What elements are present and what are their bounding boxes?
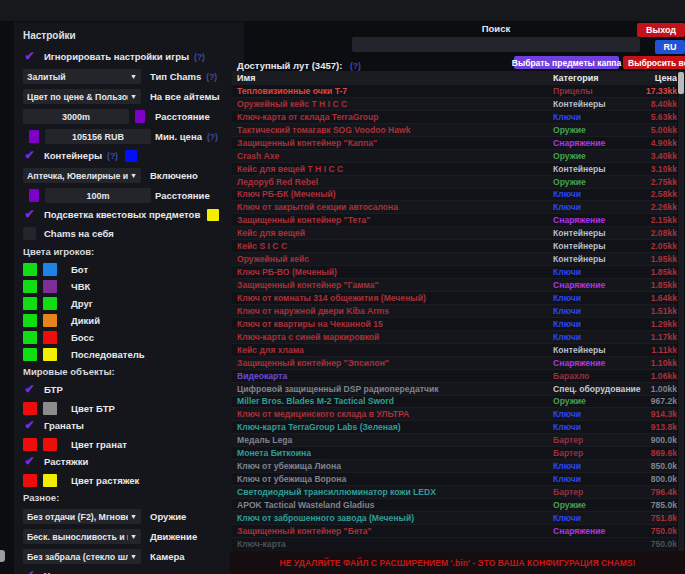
table-row[interactable]: Светодиодный трансиллюминатор кожи LEDXБ…	[232, 486, 677, 499]
scrollbar-thumb[interactable]	[678, 72, 684, 94]
settings-row: Дикий	[23, 314, 238, 327]
dropdown[interactable]: Аптечка, Ювелирные и...▼	[23, 168, 141, 183]
table-row[interactable]: ВидеокартаБарахло1.06kk	[232, 370, 677, 383]
table-row[interactable]: Ключ от убежища ЛионаКлючи850.0k	[232, 460, 677, 473]
yellow-color-swatch[interactable]	[43, 474, 57, 487]
text-input[interactable]: 3000m	[23, 109, 129, 124]
checkbox-checked[interactable]: ✔	[23, 419, 36, 432]
table-row[interactable]: Тактический томагавк SOG Voodoo HawkОруж…	[232, 124, 677, 137]
table-row[interactable]: Оружейный кейс T H I C CКонтейнеры8.40kk	[232, 98, 677, 111]
red-color-swatch[interactable]	[43, 331, 57, 344]
green-color-swatch[interactable]	[23, 348, 37, 361]
item-category: Контейнеры	[553, 254, 625, 264]
table-row[interactable]: Ключ от комнаты 314 общежития (Меченый)К…	[232, 292, 677, 305]
item-name: Ключ-карта TerraGroup Labs (Зеленая)	[232, 422, 553, 432]
text-input[interactable]: 105156 RUB	[45, 129, 151, 144]
red-color-swatch[interactable]	[43, 438, 57, 451]
item-price: 17.33kk	[625, 86, 677, 96]
checkbox-checked[interactable]: ✔	[23, 208, 36, 221]
yellow-color-swatch[interactable]	[207, 209, 219, 221]
purple-color-swatch[interactable]	[135, 110, 145, 123]
red-color-swatch[interactable]	[23, 402, 37, 415]
settings-row: ✔Растяжки	[23, 455, 238, 468]
drop-all-button[interactable]: Выбросить все	[623, 56, 685, 69]
column-category[interactable]: Категория	[553, 73, 625, 83]
language-button[interactable]: RU	[655, 40, 685, 54]
table-row[interactable]: Тепловизионные очки T-7Прицелы17.33kk	[232, 85, 677, 98]
item-category: Ключи	[553, 189, 625, 199]
green-color-swatch[interactable]	[23, 280, 37, 293]
dropdown[interactable]: Цвет по цене & Пользователь▼	[23, 89, 141, 104]
table-row[interactable]: Защищенный контейнер "Бета"Снаряжение750…	[232, 525, 677, 538]
table-row[interactable]: Защищенный контейнер "Тета"Снаряжение2.1…	[232, 214, 677, 227]
green-color-swatch[interactable]	[23, 331, 37, 344]
table-row[interactable]: Ключ от закрытой секции автосалонаКлючи2…	[232, 201, 677, 214]
green-color-swatch[interactable]	[23, 263, 37, 276]
yellow-color-swatch[interactable]	[43, 348, 57, 361]
help-icon[interactable]: (?)	[107, 151, 118, 161]
table-row[interactable]: Кейс для вещей T H I C CКонтейнеры3.10kk	[232, 163, 677, 176]
table-row[interactable]: Оружейный кейсКонтейнеры1.95kk	[232, 253, 677, 266]
checkbox-unchecked[interactable]	[23, 227, 36, 240]
table-row[interactable]: Ключ от заброшенного завода (Меченый)Клю…	[232, 512, 677, 525]
table-row[interactable]: Crash AxeОружие3.40kk	[232, 150, 677, 163]
scrollbar[interactable]	[678, 71, 684, 551]
table-row[interactable]: Кейс для хламаКонтейнеры1.11kk	[232, 344, 677, 357]
setting-label: Движение	[150, 531, 197, 542]
help-icon[interactable]: (?)	[194, 52, 205, 62]
help-icon[interactable]: (?)	[350, 61, 361, 71]
table-row[interactable]: Медаль LegaБартер900.0k	[232, 434, 677, 447]
pmcpurple-color-swatch[interactable]	[43, 280, 57, 293]
table-row[interactable]: Защищенный контейнер "Эпсилон"Снаряжение…	[232, 357, 677, 370]
column-price[interactable]: Цена	[625, 73, 677, 83]
green-color-swatch[interactable]	[43, 297, 57, 310]
table-row[interactable]: Ледоруб Red RebelОружие2.75kk	[232, 176, 677, 189]
checkbox-checked[interactable]: ✔	[23, 569, 36, 574]
table-row[interactable]: Miller Bros. Blades M-2 Tactical SwordОр…	[232, 396, 677, 409]
column-name[interactable]: Имя	[232, 73, 553, 83]
table-row[interactable]: Цифровой защищенный DSP радиопередатчикС…	[232, 383, 677, 396]
table-row[interactable]: Ключ от наружной двери Kiba ArmsКлючи1.5…	[232, 305, 677, 318]
table-row[interactable]: Кейс для вещейКонтейнеры2.08kk	[232, 227, 677, 240]
checkbox-checked[interactable]: ✔	[23, 455, 36, 468]
help-icon[interactable]: (?)	[207, 132, 218, 142]
exit-button[interactable]: Выход	[637, 23, 685, 37]
table-row[interactable]: Ключ РБ-БК (Меченый)Ключи2.58kk	[232, 189, 677, 202]
botblue-color-swatch[interactable]	[43, 263, 57, 276]
search-input[interactable]	[352, 37, 640, 52]
orange-color-swatch[interactable]	[43, 314, 57, 327]
help-icon[interactable]: (?)	[206, 72, 217, 82]
dropdown-value: Без отдачи (F2), Мгновенное п	[27, 512, 128, 522]
table-row[interactable]: Ключ от убежища ВоронаКлючи800.0k	[232, 473, 677, 486]
red-color-swatch[interactable]	[23, 438, 37, 451]
green-color-swatch[interactable]	[23, 297, 37, 310]
table-row[interactable]: Ключ-карта TerraGroup Labs (Зеленая)Ключ…	[232, 421, 677, 434]
red-color-swatch[interactable]	[23, 474, 37, 487]
item-price: 751.8k	[625, 513, 677, 523]
table-row[interactable]: Защищенный контейнер "Каппа"Снаряжение4.…	[232, 137, 677, 150]
select-kappa-items-button[interactable]: Выбрать предметы каппа	[514, 56, 619, 69]
table-row[interactable]: Ключ-карта от склада TerraGroupКлючи5.63…	[232, 111, 677, 124]
dropdown[interactable]: Залитый▼	[23, 69, 141, 84]
table-row[interactable]: Ключ РБ-ВО (Меченый)Ключи1.85kk	[232, 266, 677, 279]
table-row[interactable]: Ключ от медицинского склада в УЛЬТРАКлюч…	[232, 408, 677, 421]
table-row[interactable]: APOK Tactical Wasteland GladiusОружие785…	[232, 499, 677, 512]
table-row[interactable]: Кейс S I C CКонтейнеры2.05kk	[232, 240, 677, 253]
table-row[interactable]: Ключ-карта750.0k	[232, 538, 677, 551]
gray-color-swatch[interactable]	[43, 402, 57, 415]
dropdown[interactable]: Беск. выносливость и нет уста▼	[23, 529, 141, 544]
purple-color-swatch[interactable]	[29, 189, 39, 202]
checkbox-checked[interactable]: ✔	[23, 50, 36, 63]
purple-color-swatch[interactable]	[29, 130, 39, 143]
table-row[interactable]: Ключ-карта с синей маркировкойКлючи1.17k…	[232, 331, 677, 344]
blue-color-swatch[interactable]	[125, 150, 137, 162]
checkbox-checked[interactable]: ✔	[23, 383, 36, 396]
table-row[interactable]: Защищенный контейнер "Гамма"Снаряжение1.…	[232, 279, 677, 292]
text-input[interactable]: 100m	[45, 188, 151, 203]
dropdown[interactable]: Без отдачи (F2), Мгновенное п▼	[23, 509, 141, 524]
checkbox-checked[interactable]: ✔	[23, 149, 36, 162]
green-color-swatch[interactable]	[23, 314, 37, 327]
table-row[interactable]: Ключ от квартиры на Чеканной 15Ключи1.29…	[232, 318, 677, 331]
dropdown[interactable]: Без забрала (стекло шлема)▼	[23, 549, 141, 564]
table-row[interactable]: Монета БиткоинаБартер869.6k	[232, 447, 677, 460]
